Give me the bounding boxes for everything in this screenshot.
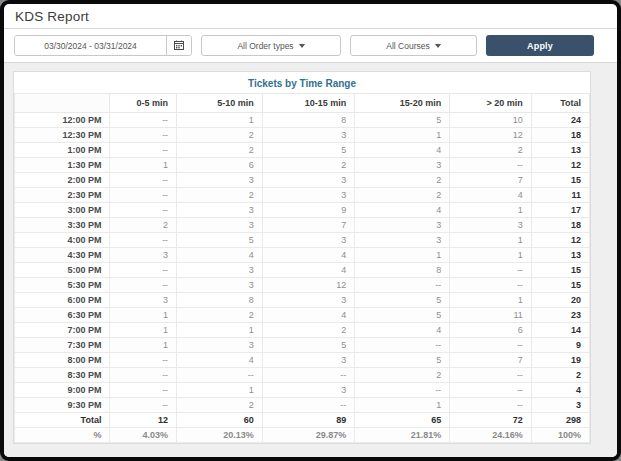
cell-value: 2 <box>531 368 589 383</box>
row-label: 4:00 PM <box>15 233 110 248</box>
column-header-blank <box>15 94 110 113</box>
cell-value: 3 <box>355 218 450 233</box>
cell-value: 2 <box>355 188 450 203</box>
cell-value: 2 <box>177 143 263 158</box>
table-row: 12:30 PM--2311218 <box>15 128 590 143</box>
chevron-down-icon <box>435 44 441 48</box>
table-row: 1:30 PM1623--12 <box>15 158 590 173</box>
cell-value: 11 <box>531 188 589 203</box>
row-label: 6:30 PM <box>15 308 110 323</box>
row-label: 12:00 PM <box>15 113 110 128</box>
cell-value: 4 <box>355 143 450 158</box>
cell-value: 3 <box>177 263 263 278</box>
cell-value: 15 <box>531 263 589 278</box>
courses-dropdown[interactable]: All Courses <box>350 35 477 56</box>
cell-value: 2 <box>450 143 532 158</box>
cell-value: -- <box>450 398 532 413</box>
row-label: 5:00 PM <box>15 263 110 278</box>
cell-value: 3 <box>355 233 450 248</box>
table-row: 4:00 PM--533112 <box>15 233 590 248</box>
row-label: 8:00 PM <box>15 353 110 368</box>
cell-value: 19 <box>531 353 589 368</box>
order-types-dropdown[interactable]: All Order types <box>201 35 341 56</box>
report-title: Tickets by Time Range <box>14 72 590 93</box>
table-row: 6:00 PM3835120 <box>15 293 590 308</box>
date-range-input[interactable] <box>15 36 166 55</box>
cell-value: 4 <box>177 248 263 263</box>
cell-value: 13 <box>531 248 589 263</box>
cell-value: 5 <box>355 353 450 368</box>
cell-value: 5 <box>177 233 263 248</box>
cell-value: 65 <box>355 413 450 428</box>
chevron-down-icon <box>299 44 305 48</box>
column-header: 0-5 min <box>110 94 177 113</box>
cell-value: 3 <box>262 173 355 188</box>
row-label: 3:00 PM <box>15 203 110 218</box>
cell-value: -- <box>110 353 177 368</box>
cell-value: 3 <box>450 218 532 233</box>
cell-value: 1 <box>177 323 263 338</box>
cell-value: 72 <box>450 413 532 428</box>
cell-value: -- <box>110 143 177 158</box>
cell-value: 1 <box>450 203 532 218</box>
cell-value: 3 <box>177 203 263 218</box>
cell-value: 4 <box>262 308 355 323</box>
cell-value: 15 <box>531 278 589 293</box>
column-header: 10-15 min <box>262 94 355 113</box>
column-header: Total <box>531 94 589 113</box>
cell-value: -- <box>355 338 450 353</box>
column-header: 15-20 min <box>355 94 450 113</box>
cell-value: -- <box>110 203 177 218</box>
cell-value: -- <box>262 398 355 413</box>
cell-value: 4 <box>450 188 532 203</box>
cell-value: 3 <box>531 398 589 413</box>
cell-value: 12 <box>531 233 589 248</box>
date-range-group <box>14 35 192 56</box>
cell-value: 1 <box>355 248 450 263</box>
cell-value: 12 <box>262 278 355 293</box>
table-row: 7:00 PM1124614 <box>15 323 590 338</box>
table-row: 4:30 PM3441113 <box>15 248 590 263</box>
table-row: 3:30 PM2373318 <box>15 218 590 233</box>
cell-value: 18 <box>531 128 589 143</box>
total-row: Total1260896572298 <box>15 413 590 428</box>
column-header: 5-10 min <box>177 94 263 113</box>
cell-value: 14 <box>531 323 589 338</box>
cell-value: 5 <box>355 293 450 308</box>
cell-value: 2 <box>262 158 355 173</box>
cell-value: 4 <box>262 263 355 278</box>
row-label: 4:30 PM <box>15 248 110 263</box>
cell-value: 3 <box>110 293 177 308</box>
cell-value: 3 <box>355 158 450 173</box>
cell-value: -- <box>110 128 177 143</box>
cell-value: 6 <box>177 158 263 173</box>
cell-value: 2 <box>177 128 263 143</box>
cell-value: 4 <box>531 383 589 398</box>
cell-value: 4 <box>355 203 450 218</box>
row-label: 9:00 PM <box>15 383 110 398</box>
cell-value: 15 <box>531 173 589 188</box>
table-row: 3:00 PM--394117 <box>15 203 590 218</box>
cell-value: 2 <box>355 368 450 383</box>
cell-value: 8 <box>262 113 355 128</box>
cell-value: -- <box>110 188 177 203</box>
table-row: 5:00 PM--348--15 <box>15 263 590 278</box>
table-row: 2:00 PM--332715 <box>15 173 590 188</box>
table-row: 5:30 PM--312----15 <box>15 278 590 293</box>
apply-button[interactable]: Apply <box>486 35 594 56</box>
cell-value: 5 <box>355 308 450 323</box>
cell-value: 24.16% <box>450 428 532 443</box>
row-label: 7:00 PM <box>15 323 110 338</box>
cell-value: 3 <box>177 173 263 188</box>
cell-value: 2 <box>177 398 263 413</box>
tickets-table: 0-5 min5-10 min10-15 min15-20 min> 20 mi… <box>14 93 590 443</box>
cell-value: 4 <box>355 323 450 338</box>
cell-value: 3 <box>110 248 177 263</box>
cell-value: 13 <box>531 143 589 158</box>
cell-value: 6 <box>450 323 532 338</box>
cell-value: 9 <box>262 203 355 218</box>
calendar-button[interactable] <box>166 36 191 55</box>
cell-value: -- <box>450 338 532 353</box>
cell-value: 3 <box>262 233 355 248</box>
row-label: 1:30 PM <box>15 158 110 173</box>
